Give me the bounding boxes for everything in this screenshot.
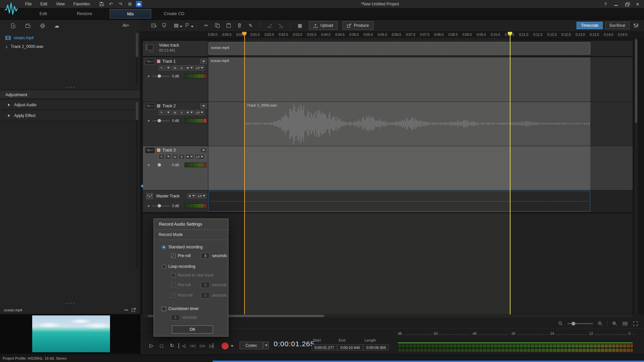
fit-timeline-icon[interactable] bbox=[622, 320, 628, 327]
media-item[interactable]: ocean.mp4 bbox=[1, 34, 132, 42]
timeline-vscrollbar[interactable] bbox=[635, 38, 638, 314]
countdown-timer-option[interactable]: Countdown timer bbox=[162, 306, 228, 311]
panel-splitter[interactable] bbox=[0, 86, 140, 88]
popout-preview-icon[interactable] bbox=[131, 308, 136, 312]
add-track-icon[interactable] bbox=[150, 21, 158, 29]
monitor-speaker-button[interactable] bbox=[185, 154, 194, 159]
track-manager-icon[interactable] bbox=[172, 21, 180, 29]
import-to-timeline-icon[interactable] bbox=[161, 21, 169, 29]
go-to-end-icon[interactable]: ▷▏ bbox=[208, 341, 217, 350]
cyberlink-cloud-badge-icon[interactable] bbox=[136, 1, 142, 7]
save-icon[interactable] bbox=[98, 1, 105, 7]
record-button[interactable] bbox=[221, 342, 229, 350]
automation-dropdown[interactable] bbox=[165, 154, 171, 159]
tab-edit[interactable]: Edit bbox=[22, 9, 64, 18]
add-marker-icon[interactable] bbox=[183, 21, 191, 29]
monitor-speaker-button[interactable] bbox=[185, 65, 194, 70]
mute-button[interactable]: M bbox=[172, 154, 178, 159]
media-item[interactable]: ♪ Track 2_0000.wav bbox=[1, 42, 132, 51]
solo-button[interactable]: S bbox=[179, 154, 184, 159]
track-menu-dropdown[interactable] bbox=[200, 148, 207, 153]
loop-recording-option[interactable]: Loop recording bbox=[162, 264, 228, 269]
master-track-header[interactable]: Master Track LR 0 dB bbox=[143, 190, 208, 212]
track-menu-dropdown[interactable] bbox=[200, 59, 207, 64]
volume-slider[interactable] bbox=[152, 165, 170, 166]
undo-icon[interactable]: ↶ bbox=[108, 1, 114, 7]
playhead-line[interactable] bbox=[244, 32, 245, 314]
master-automation-line[interactable] bbox=[211, 201, 588, 201]
zoom-in-icon[interactable] bbox=[597, 320, 603, 327]
timecode-button[interactable]: Timecode bbox=[577, 22, 603, 29]
monitor-speaker-button[interactable] bbox=[185, 110, 194, 115]
cut-scissors-icon[interactable]: ✂ bbox=[202, 21, 210, 29]
track-menu-dropdown[interactable] bbox=[200, 104, 207, 109]
track-color-swatch[interactable] bbox=[157, 60, 160, 63]
end-time-value[interactable]: 0:00:10.646 bbox=[337, 344, 363, 351]
scrollbar-thumb[interactable] bbox=[136, 33, 138, 57]
video-preview-thumbnail[interactable] bbox=[32, 315, 110, 352]
automation-pen-button[interactable]: ✎ bbox=[159, 65, 164, 70]
radio-unselected-icon[interactable] bbox=[162, 264, 166, 269]
monitor-speaker-button[interactable] bbox=[187, 193, 196, 198]
preroll-option[interactable]: ✓ Pre-roll seconds bbox=[171, 253, 228, 259]
settings-gear-icon[interactable]: ⚙ bbox=[126, 1, 133, 7]
menu-favorites[interactable]: Favorites bbox=[69, 0, 94, 8]
video-track-lane[interactable]: ocean.mp4 bbox=[208, 41, 633, 56]
mixer-panel-icon[interactable] bbox=[632, 21, 640, 29]
menu-file[interactable]: File bbox=[21, 0, 36, 8]
stop-icon[interactable]: □ bbox=[157, 341, 166, 350]
track-color-swatch[interactable] bbox=[157, 104, 160, 108]
download-sound-clips-globe-icon[interactable] bbox=[39, 22, 46, 29]
video-clip[interactable]: ocean.mp4 bbox=[208, 42, 590, 55]
codec-dropdown[interactable] bbox=[263, 342, 269, 349]
track1-clip[interactable] bbox=[208, 57, 590, 102]
track-color-swatch[interactable] bbox=[157, 148, 160, 152]
fade-in-icon[interactable] bbox=[266, 21, 274, 29]
mute-button[interactable]: M bbox=[172, 65, 178, 70]
snap-grid-icon[interactable]: ▦ bbox=[296, 21, 304, 29]
track1-lane[interactable]: ocean.mp4 bbox=[208, 57, 633, 102]
codec-button[interactable]: Codec bbox=[239, 342, 263, 349]
restore-button[interactable] bbox=[623, 1, 631, 8]
collapse-preview-icon[interactable] bbox=[124, 310, 128, 310]
copy-icon[interactable] bbox=[213, 21, 221, 29]
master-mix-region[interactable] bbox=[208, 191, 590, 212]
produce-button[interactable]: Produce bbox=[342, 21, 373, 30]
menu-view[interactable]: View bbox=[52, 0, 69, 8]
track1-header[interactable]: Track 1 ✎ M S LR 0 dB bbox=[143, 57, 208, 102]
checkbox-unchecked-icon[interactable] bbox=[162, 307, 166, 311]
go-to-start-icon[interactable]: ▏◁ bbox=[177, 341, 186, 350]
volume-slider[interactable] bbox=[152, 205, 170, 206]
zoom-to-selection-icon[interactable] bbox=[611, 320, 618, 327]
start-time-value[interactable]: 0:00:01.277 bbox=[312, 344, 337, 351]
fast-forward-icon[interactable]: ▷▷ bbox=[198, 341, 207, 350]
video-track-header[interactable]: Video track 00:13.481 bbox=[143, 41, 208, 56]
solo-button[interactable]: S bbox=[179, 110, 184, 115]
help-button[interactable]: ? bbox=[601, 1, 610, 8]
collapse-sidebar-arrow-icon[interactable] bbox=[141, 184, 143, 188]
track2-lane[interactable]: Track 2_0000.wav bbox=[208, 102, 633, 146]
automation-dropdown[interactable] bbox=[165, 110, 171, 115]
channel-mode-button[interactable]: LR bbox=[195, 110, 204, 115]
clip-indicator[interactable] bbox=[204, 74, 207, 78]
upload-button[interactable]: Upload bbox=[309, 21, 337, 30]
redo-icon[interactable]: ↷ bbox=[117, 1, 124, 7]
radio-selected-icon[interactable] bbox=[162, 245, 166, 249]
volume-slider[interactable] bbox=[152, 76, 170, 77]
clip-indicator[interactable] bbox=[204, 118, 207, 123]
import-folder-icon[interactable] bbox=[24, 22, 32, 29]
zoom-out-icon[interactable] bbox=[557, 320, 564, 327]
tab-mix[interactable]: Mix bbox=[110, 9, 151, 18]
length-time-value[interactable]: 0:00:09.369 bbox=[363, 344, 389, 351]
channel-mode-button[interactable]: LR bbox=[195, 65, 204, 70]
paste-icon[interactable] bbox=[224, 21, 232, 29]
import-media-icon[interactable] bbox=[9, 22, 17, 29]
adjust-audio-item[interactable]: Adjust Audio bbox=[0, 100, 140, 110]
volume-slider[interactable] bbox=[152, 120, 170, 121]
panel-splitter[interactable] bbox=[0, 302, 140, 304]
slider-knob[interactable] bbox=[158, 74, 161, 78]
clip-indicator[interactable] bbox=[204, 203, 207, 208]
loop-icon[interactable]: ↻ bbox=[167, 341, 176, 350]
tab-restore[interactable]: Restore bbox=[64, 9, 105, 18]
automation-dropdown[interactable] bbox=[165, 65, 171, 70]
